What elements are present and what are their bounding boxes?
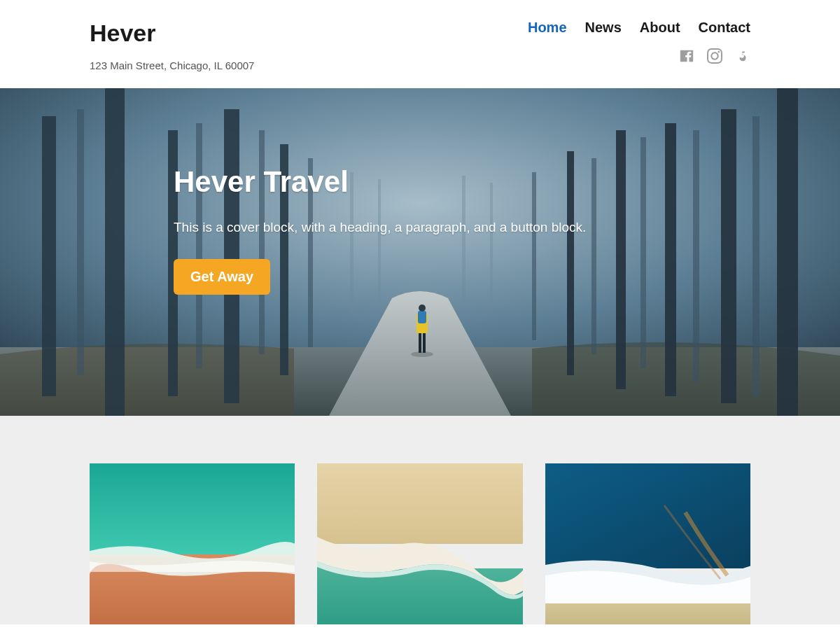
header-right: Home News About Contact [528,20,750,66]
brand-column: Hever 123 Main Street, Chicago, IL 60007 [90,20,254,71]
facebook-icon[interactable] [679,48,694,66]
svg-point-0 [718,51,720,53]
nav-home[interactable]: Home [528,20,567,36]
fivehundredpx-icon[interactable] [735,48,750,66]
social-links [679,48,750,66]
primary-nav: Home News About Contact [528,20,750,36]
card-image-1[interactable] [90,463,295,624]
instagram-icon[interactable] [707,48,722,66]
hero-cover: Hever Travel This is a cover block, with… [0,88,840,416]
svg-rect-34 [317,463,522,544]
nav-about[interactable]: About [640,20,680,36]
hero-subtitle: This is a cover block, with a heading, a… [174,220,840,235]
svg-rect-36 [545,463,750,568]
card-image-2[interactable] [317,463,522,624]
nav-news[interactable]: News [585,20,622,36]
hero-overlay: Hever Travel This is a cover block, with… [0,88,840,416]
nav-contact[interactable]: Contact [699,20,750,36]
site-title[interactable]: Hever [90,20,254,47]
hero-title: Hever Travel [174,165,840,199]
cta-button[interactable]: Get Away [174,259,270,295]
site-tagline: 123 Main Street, Chicago, IL 60007 [90,59,254,71]
card-image-3[interactable] [545,463,750,624]
cards-row [0,416,840,624]
site-header: Hever 123 Main Street, Chicago, IL 60007… [0,0,840,88]
svg-rect-32 [90,463,295,554]
